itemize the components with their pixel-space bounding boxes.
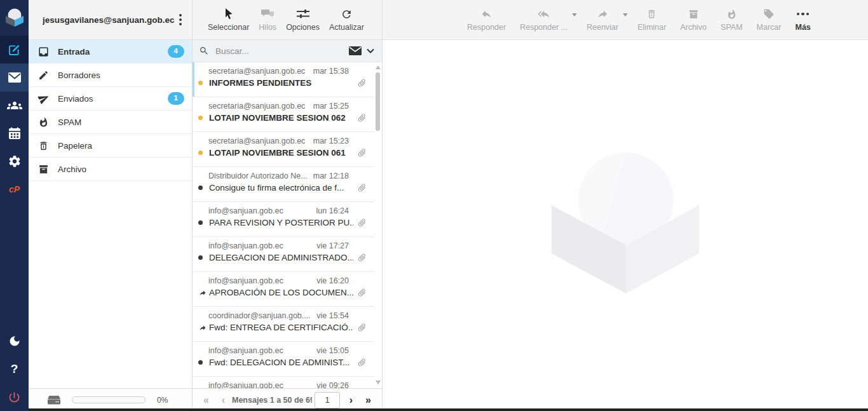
reply-all-button[interactable]: Responder ... [513,6,574,33]
delete-button[interactable]: Eliminar [630,6,673,33]
refresh-button[interactable]: Actualizar [329,6,364,33]
message-subject: Fwd: ENTREGA DE CERTIFICACIÓ... [209,323,353,332]
search-options-chevron-down-icon[interactable] [367,48,374,53]
message-row[interactable]: secretaria@sanjuan.gob.ecmar 15:23LOTAIP… [193,132,374,167]
message-status[interactable] [198,81,209,85]
inbox-icon [37,46,50,58]
search-bar [193,40,382,62]
message-subject: INFORMES PENDIENTES [209,78,353,88]
scroll-down-arrow[interactable] [376,381,381,384]
dark-mode-toggle[interactable] [0,327,29,355]
pencil-icon [37,69,50,81]
folder-item-sent[interactable]: Enviados 1 [29,87,192,111]
button-label: Eliminar [637,23,666,32]
button-label: Reenviar [587,23,618,32]
read-dot-icon [198,220,203,225]
folder-item-inbox[interactable]: Entrada 4 [29,40,192,64]
mark-button[interactable]: Marcar [750,6,789,33]
spam-button[interactable]: SPAM [714,6,750,33]
last-page-button[interactable]: » [360,395,377,405]
taskbar-item-cpanel[interactable]: cP [0,175,29,203]
attachment-indicator [357,253,367,262]
message-status[interactable] [198,116,209,120]
taskbar-item-mail[interactable] [0,64,29,91]
flame-icon [37,116,50,128]
message-status[interactable] [198,151,209,155]
message-time: vie 17:27 [316,241,349,250]
message-row[interactable]: info@sanjuan.gob.ecvie 15:05Fwd: DELEGAC… [193,342,374,377]
message-row[interactable]: info@sanjuan.gob.ecvie 17:27DELEGACION D… [193,237,374,272]
search-icon [199,46,209,56]
select-button[interactable]: Seleccionar [208,6,249,33]
scroll-up-arrow[interactable] [376,65,381,69]
page-number-input[interactable] [315,392,340,408]
prev-page-button[interactable]: ‹ [215,395,232,405]
quota-progress-bar [72,396,146,403]
forward-dropdown-caret[interactable] [623,13,628,17]
compose-button[interactable] [0,36,29,64]
forward-button[interactable]: Reenviar [580,6,625,33]
message-row[interactable]: coordinador@sanjuan.gob....vie 15:54Fwd:… [193,307,374,342]
attachment-indicator [357,148,367,158]
help-button[interactable]: ? [0,355,29,383]
storage-disk-icon [48,396,60,405]
message-toolbar: Responder Responder ... Reenviar [383,0,868,40]
roundcube-watermark-icon [552,152,699,293]
message-subject: LOTAIP NOVIEMBRE SESION 062 [209,113,353,123]
search-input[interactable] [214,46,344,57]
threads-icon [261,8,274,20]
message-row[interactable]: Distribuidor Autorizado Ne...mar 12:18Co… [193,167,374,202]
paperclip-icon [355,181,369,194]
message-time: vie 15:05 [316,346,349,355]
search-scope-mail-icon[interactable] [349,46,362,55]
message-status[interactable] [198,185,209,190]
folder-label: Borradores [58,71,184,80]
read-dot-icon [198,185,203,190]
pagination-bar: « ‹ Mensajes 1 a 50 de 69 › » [193,388,382,411]
sliders-icon [297,8,309,20]
message-row[interactable]: secretaria@sanjuan.gob.ecmar 15:25LOTAIP… [193,97,374,132]
message-row[interactable]: info@sanjuan.gob.ecvie 09:26 [193,377,374,388]
message-time: lun 16:24 [316,206,349,215]
paperclip-icon [355,251,369,264]
message-status[interactable] [198,255,209,260]
taskbar-item-calendar[interactable] [0,119,29,147]
message-status[interactable] [198,324,209,332]
account-menu-kebab[interactable] [175,11,186,28]
logout-button[interactable] [0,383,29,411]
taskbar-item-settings[interactable] [0,147,29,175]
threads-button[interactable]: Hilos [259,6,276,33]
message-row[interactable]: info@sanjuan.gob.eclun 16:24PARA REVISIO… [193,202,374,237]
attachment-indicator [357,78,367,88]
message-sender: Distribuidor Autorizado Ne... [208,172,308,180]
reply-all-dropdown-caret[interactable] [572,13,577,17]
power-icon [8,391,21,404]
reply-button[interactable]: Responder [460,6,513,33]
scrollbar[interactable] [374,62,382,388]
message-status[interactable] [198,289,209,297]
more-button[interactable]: Más [788,6,817,33]
folder-item-trash[interactable]: Papelera [29,134,192,158]
message-view-empty [383,40,868,411]
trash-icon [37,140,50,152]
message-status[interactable] [198,220,209,225]
folder-item-archive[interactable]: Archivo [29,158,192,181]
message-rows: secretaria@sanjuan.gob.ecmar 15:38INFORM… [193,62,374,388]
message-row[interactable]: secretaria@sanjuan.gob.ecmar 15:38INFORM… [193,62,374,97]
roundcube-logo-icon[interactable] [0,0,29,36]
folder-item-spam[interactable]: SPAM [29,111,192,134]
message-time: vie 15:54 [316,311,349,320]
first-page-button[interactable]: « [198,395,215,405]
scrollbar-thumb[interactable] [376,72,380,131]
archive-button[interactable]: Archivo [673,6,714,33]
options-button[interactable]: Opciones [286,6,320,33]
taskbar-item-contacts[interactable] [0,91,29,119]
message-row[interactable]: info@sanjuan.gob.ecvie 16:20APROBACIÓN D… [193,272,374,307]
next-page-button[interactable]: › [342,395,360,405]
quota-footer: 0% [29,388,192,411]
folder-item-drafts[interactable]: Borradores [29,64,192,87]
message-status[interactable] [198,360,209,365]
paperclip-icon [355,76,369,90]
calendar-icon [8,127,21,140]
button-label: Archivo [680,23,707,32]
